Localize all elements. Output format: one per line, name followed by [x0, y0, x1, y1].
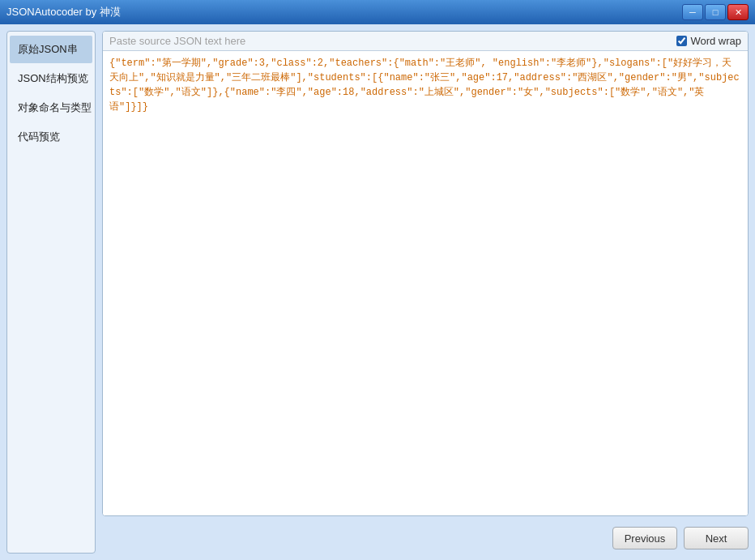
previous-button[interactable]: Previous: [612, 527, 677, 549]
content-area: Paste source JSON text here Word wrap Pr…: [102, 31, 749, 554]
main-container: 原始JSON串 JSON结构预览 对象命名与类型 代码预览 Paste sour…: [0, 24, 755, 560]
word-wrap-checkbox[interactable]: [676, 36, 687, 46]
minimize-button[interactable]: ─: [682, 4, 703, 20]
sidebar-item-raw-json[interactable]: 原始JSON串: [10, 36, 92, 63]
sidebar-item-json-structure[interactable]: JSON结构预览: [10, 65, 92, 92]
bottom-bar: Previous Next: [102, 523, 749, 554]
editor-panel: Paste source JSON text here Word wrap: [102, 31, 749, 516]
sidebar-item-naming-types[interactable]: 对象命名与类型: [10, 94, 92, 122]
editor-toolbar: Paste source JSON text here Word wrap: [103, 32, 748, 51]
title-bar: JSONAutocoder by 神漠 ─ □ ✕: [0, 0, 755, 24]
close-button[interactable]: ✕: [727, 4, 749, 20]
sidebar: 原始JSON串 JSON结构预览 对象命名与类型 代码预览: [6, 31, 96, 554]
word-wrap-area: Word wrap: [676, 35, 741, 47]
window-title: JSONAutocoder by 神漠: [6, 5, 121, 19]
sidebar-item-code-preview[interactable]: 代码预览: [10, 123, 92, 151]
json-editor[interactable]: [103, 51, 748, 515]
editor-placeholder: Paste source JSON text here: [109, 35, 245, 47]
next-button[interactable]: Next: [684, 527, 749, 549]
word-wrap-label: Word wrap: [690, 35, 741, 47]
maximize-button[interactable]: □: [705, 4, 726, 20]
window-controls: ─ □ ✕: [682, 4, 749, 20]
